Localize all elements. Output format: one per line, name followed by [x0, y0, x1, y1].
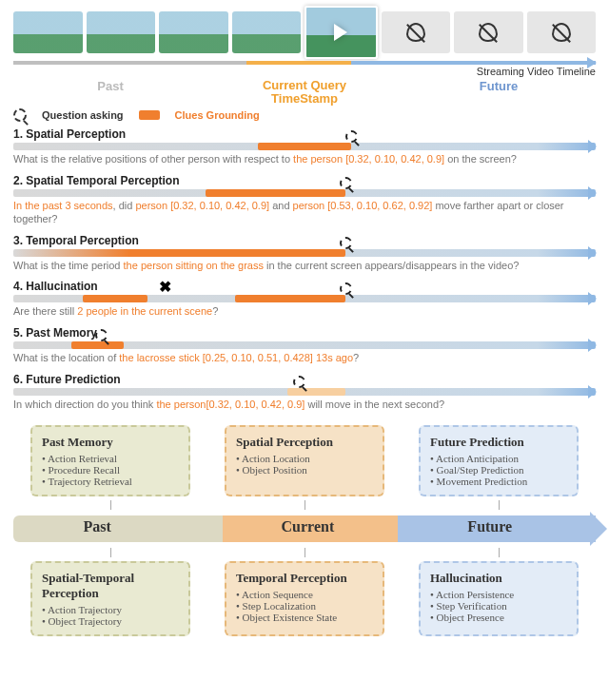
arrow-current: Current: [282, 518, 335, 535]
box-title: Future Prediction: [430, 435, 567, 450]
box-item: Object Existence State: [236, 612, 373, 623]
aspect-bar: [13, 189, 596, 197]
play-icon: [334, 24, 347, 41]
box-item: Movement Prediction: [430, 476, 567, 487]
clue-segment: [235, 295, 345, 302]
aspect: 2. Spatial Temporal PerceptionIn the pas…: [13, 174, 596, 226]
box-list: Action LocationObject Position: [236, 453, 373, 476]
aspect-question: What is the relative positions of other …: [13, 153, 596, 166]
box-item: Action Sequence: [236, 589, 373, 600]
thumb-past: [159, 11, 228, 53]
thumb-future: [454, 11, 523, 53]
bot-boxes-row: Spatial-Temporal PerceptionAction Trajec…: [13, 561, 596, 636]
clue-segment: [83, 295, 147, 302]
clue-segment: [71, 341, 124, 349]
box-title: Temporal Perception: [236, 571, 373, 586]
box-item: Procedure Recall: [42, 464, 179, 476]
bottom-diagram: Past MemoryAction RetrievalProcedure Rec…: [13, 425, 596, 636]
timeline-label: Streaming Video Timeline: [13, 66, 596, 77]
box-item: Action Retrieval: [42, 453, 179, 464]
question-mark-icon: [340, 237, 352, 249]
legend-question: Question asking: [42, 109, 124, 121]
phase-labels: Past Current Query TimeStamp Future: [13, 79, 596, 105]
aspect-bar: [13, 249, 596, 257]
question-icon: [13, 108, 27, 122]
box-item: Step Verification: [430, 600, 567, 612]
thumb-future: [382, 11, 451, 53]
legend-clues: Clues Grounding: [175, 109, 260, 121]
question-mark-icon: [340, 177, 352, 189]
aspect: 5. Past MemoryWhat is the location of th…: [13, 326, 596, 365]
arrow-past: Past: [83, 518, 110, 535]
aspect-bar: ✖: [13, 295, 596, 302]
aspect-bar: [13, 388, 596, 396]
aspect: 6. Future PredictionIn which direction d…: [13, 373, 596, 412]
aspect-title: 1. Spatial Perception: [13, 127, 596, 141]
aspect-question: What is the location of the lacrosse sti…: [13, 352, 596, 365]
clue-segment: [206, 189, 345, 197]
thumb-current: [304, 6, 378, 59]
box-title: Past Memory: [42, 435, 179, 450]
box-item: Action Location: [236, 453, 373, 464]
top-boxes-row: Past MemoryAction RetrievalProcedure Rec…: [13, 425, 596, 496]
box-list: Action SequenceStep LocalizationObject E…: [236, 589, 373, 623]
aspect-title: 4. Hallucination: [13, 280, 596, 293]
box-item: Object Presence: [430, 612, 567, 623]
box-item: Trajectory Retrieval: [42, 476, 179, 487]
box-item: Action Trajectory: [42, 604, 179, 615]
aspects-list: 1. Spatial PerceptionWhat is the relativ…: [13, 127, 596, 411]
box-list: Action TrajectoryObject Trajectory: [42, 604, 179, 627]
big-arrow: Past Current Future: [13, 515, 596, 542]
video-thumbnails: [13, 6, 596, 59]
box-title: Spatial-Temporal Perception: [42, 571, 179, 601]
category-box: Spatial-Temporal PerceptionAction Trajec…: [30, 561, 190, 636]
category-box: Spatial PerceptionAction LocationObject …: [225, 425, 384, 496]
arrow-future: Future: [467, 518, 512, 535]
legend: Question asking Clues Grounding: [13, 108, 596, 122]
clue-segment: [13, 249, 345, 257]
box-list: Action RetrievalProcedure RecallTrajecto…: [42, 453, 179, 487]
thumb-future: [527, 11, 597, 53]
aspect: 1. Spatial PerceptionWhat is the relativ…: [13, 127, 596, 166]
thumb-past: [87, 11, 156, 53]
category-box: Future PredictionAction AnticipationGoal…: [419, 425, 579, 496]
question-mark-icon: [340, 282, 352, 295]
question-mark-icon: [293, 376, 305, 388]
box-item: Action Anticipation: [430, 453, 567, 464]
timeline-arrow: [13, 61, 596, 65]
box-title: Spatial Perception: [236, 435, 373, 450]
eye-slash-icon: [406, 23, 425, 42]
aspect-question: Are there still 2 people in the current …: [13, 305, 596, 319]
aspect-title: 3. Temporal Perception: [13, 234, 596, 247]
eye-slash-icon: [552, 23, 571, 42]
box-title: Hallucination: [430, 571, 567, 586]
aspect-question: In which direction do you think the pers…: [13, 399, 596, 412]
aspect-title: 2. Spatial Temporal Perception: [13, 174, 596, 187]
thumb-past: [232, 11, 302, 53]
aspect-question: What is the time period the person sitti…: [13, 260, 596, 273]
box-item: Goal/Step Prediction: [430, 464, 567, 476]
box-list: Action AnticipationGoal/Step PredictionM…: [430, 453, 567, 487]
thumb-past: [13, 11, 83, 53]
x-mark-icon: ✖: [159, 282, 171, 295]
aspect-bar: [13, 341, 596, 349]
box-item: Step Localization: [236, 600, 373, 612]
question-mark-icon: [345, 130, 358, 143]
phase-current: Current Query TimeStamp: [207, 79, 402, 105]
aspect: 3. Temporal PerceptionWhat is the time p…: [13, 234, 596, 273]
question-mark-icon: [95, 329, 108, 341]
phase-past: Past: [13, 79, 207, 105]
clue-segment: [287, 388, 345, 396]
eye-slash-icon: [479, 23, 498, 42]
phase-future: Future: [402, 79, 596, 105]
category-box: Temporal PerceptionAction SequenceStep L…: [225, 561, 384, 636]
clue-segment: [258, 143, 351, 150]
box-item: Object Trajectory: [42, 615, 179, 627]
category-box: Past MemoryAction RetrievalProcedure Rec…: [30, 425, 190, 496]
aspect-question: In the past 3 seconds, did person [0.32,…: [13, 200, 596, 226]
box-item: Action Persistence: [430, 589, 567, 600]
clues-swatch: [139, 110, 160, 120]
box-list: Action PersistenceStep VerificationObjec…: [430, 589, 567, 623]
box-item: Object Position: [236, 464, 373, 476]
category-box: HallucinationAction PersistenceStep Veri…: [419, 561, 579, 636]
